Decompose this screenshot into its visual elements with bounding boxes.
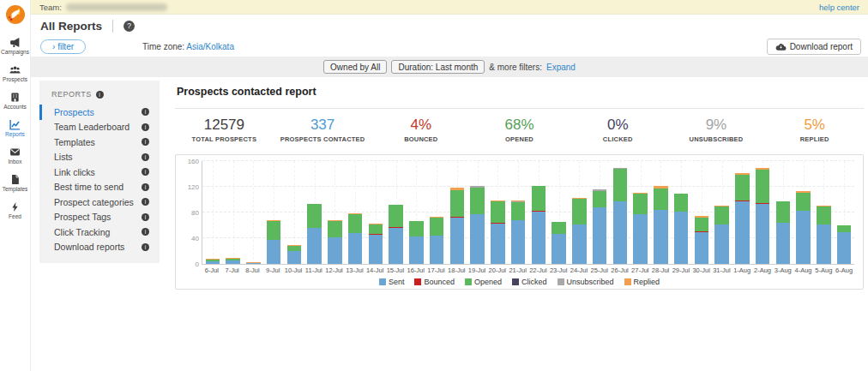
sidebar-item-inbox[interactable]: Inbox xyxy=(0,147,31,165)
bar-segment-opened xyxy=(307,204,322,228)
sidebar-item-label: Accounts xyxy=(0,104,31,110)
legend-swatch xyxy=(624,278,631,285)
x-axis-tick-label: 30-Jul xyxy=(691,266,712,274)
report-list-item[interactable]: Listsi xyxy=(39,150,160,165)
sidebar-item-prospects[interactable]: Prospects xyxy=(0,64,31,82)
bar-segment-sent xyxy=(307,228,322,264)
bar-segment-sent xyxy=(674,212,689,264)
team-bar: Team: help center xyxy=(31,0,868,15)
report-list-item[interactable]: Link clicksi xyxy=(39,165,160,180)
legend-label: Replied xyxy=(634,278,660,286)
bar-segment-opened xyxy=(593,191,607,208)
sidebar-item-campaigns[interactable]: Campaigns xyxy=(0,37,31,55)
info-icon[interactable]: i xyxy=(142,198,149,206)
app-logo[interactable] xyxy=(5,4,26,28)
stacked-bar xyxy=(796,191,811,265)
report-list-item[interactable]: Click Trackingi xyxy=(39,224,160,240)
bar-slot xyxy=(549,161,570,264)
bar-slot xyxy=(712,161,732,264)
bar-segment-opened xyxy=(572,199,587,225)
help-icon[interactable]: ? xyxy=(124,21,135,32)
info-icon[interactable]: i xyxy=(142,153,149,161)
bar-segment-sent xyxy=(796,211,811,264)
bar-slot xyxy=(651,161,672,264)
bar-slot xyxy=(325,161,346,264)
legend-item-opened[interactable]: Opened xyxy=(465,278,502,286)
sidebar-item-templates[interactable]: Templates xyxy=(0,174,31,192)
bar-segment-sent xyxy=(756,204,770,265)
stat-block: 12579TOTAL PROSPECTS xyxy=(175,117,274,143)
stacked-bar xyxy=(674,194,689,265)
page-title: All Reports xyxy=(40,20,102,33)
bar-segment-sent xyxy=(348,233,363,264)
info-icon[interactable]: i xyxy=(142,228,149,236)
expand-filters-link[interactable]: Expand xyxy=(546,63,576,72)
team-label: Team: xyxy=(39,3,62,12)
x-axis-tick-label: 25-Jul xyxy=(589,266,610,274)
legend-swatch xyxy=(379,278,386,285)
info-icon[interactable]: i xyxy=(142,138,149,146)
bar-segment-opened xyxy=(837,225,852,232)
sidebar-item-accounts[interactable]: Accounts xyxy=(0,92,31,110)
legend-item-unsubscribed[interactable]: Unsubscribed xyxy=(558,278,614,286)
legend-item-bounced[interactable]: Bounced xyxy=(414,278,455,286)
info-icon[interactable]: i xyxy=(142,183,149,191)
help-center-link[interactable]: help center xyxy=(819,3,859,12)
bar-slot xyxy=(244,161,264,264)
info-icon[interactable]: i xyxy=(142,168,149,176)
chevron-right-icon: › xyxy=(52,42,55,51)
report-list-item[interactable]: Prospect Tagsi xyxy=(39,210,160,225)
more-filters-label: & more filters: xyxy=(489,63,542,72)
report-list-item[interactable]: Team Leaderboardi xyxy=(39,120,160,135)
info-icon[interactable]: i xyxy=(142,213,149,221)
stat-label: PROSPECTS CONTACTED xyxy=(274,135,372,143)
reports-panel-header: REPORTS i xyxy=(39,90,160,99)
bar-segment-sent xyxy=(654,210,668,264)
bar-slot xyxy=(630,161,651,264)
filter-chip-owned-by[interactable]: Owned by All xyxy=(323,60,387,74)
legend-item-replied[interactable]: Replied xyxy=(624,278,660,286)
info-icon[interactable]: i xyxy=(96,91,104,99)
bar-segment-opened xyxy=(714,206,729,224)
bar-slot xyxy=(834,161,854,264)
report-list-item[interactable]: Download reportsi xyxy=(39,240,160,255)
info-icon[interactable]: i xyxy=(142,108,149,116)
download-report-button[interactable]: Download report xyxy=(767,39,861,55)
filter-chip-duration[interactable]: Duration: Last month xyxy=(391,60,485,74)
x-axis-tick-label: 13-Jul xyxy=(344,266,365,274)
report-list-item[interactable]: Best time to sendi xyxy=(39,180,160,195)
stat-label: UNSUBSCRIBED xyxy=(667,135,766,143)
x-axis-tick-label: 22-Jul xyxy=(528,266,549,274)
report-list-item[interactable]: Prospect categoriesi xyxy=(39,194,160,210)
stacked-bar xyxy=(389,205,403,264)
info-icon[interactable]: i xyxy=(142,243,149,251)
timezone-value-link[interactable]: Asia/Kolkata xyxy=(186,42,234,51)
info-icon[interactable]: i xyxy=(142,123,149,131)
sidebar-item-feed[interactable]: Feed xyxy=(0,201,31,219)
report-list-item-label: Prospects xyxy=(54,107,142,117)
page-header: All Reports ? xyxy=(31,15,868,37)
filter-button[interactable]: › filter xyxy=(40,39,86,54)
bar-slot xyxy=(752,161,773,264)
bar-slot xyxy=(528,161,549,264)
stat-value: 68% xyxy=(470,117,569,134)
bar-segment-opened xyxy=(491,201,505,223)
legend-item-clicked[interactable]: Clicked xyxy=(512,278,547,286)
bar-segment-sent xyxy=(226,260,240,265)
legend-label: Bounced xyxy=(424,278,455,286)
stacked-bar xyxy=(735,173,750,265)
stacked-bar xyxy=(532,186,546,265)
y-axis-tick-label: 40 xyxy=(180,235,199,242)
legend-item-sent[interactable]: Sent xyxy=(379,278,405,286)
bar-segment-sent xyxy=(633,214,648,265)
y-axis-tick-label: 0 xyxy=(180,260,199,268)
sidebar-item-label: Prospects xyxy=(0,76,31,82)
legend-label: Clicked xyxy=(521,278,547,286)
stat-value: 9% xyxy=(667,117,766,134)
filter-band: Owned by All Duration: Last month & more… xyxy=(31,57,868,77)
x-axis-tick-label: 2-Aug xyxy=(752,266,773,274)
report-list-item[interactable]: Templatesi xyxy=(39,135,160,150)
bar-segment-sent xyxy=(613,201,628,265)
report-list-item[interactable]: Prospectsi xyxy=(39,105,160,120)
sidebar-item-reports[interactable]: Reports xyxy=(0,119,31,137)
